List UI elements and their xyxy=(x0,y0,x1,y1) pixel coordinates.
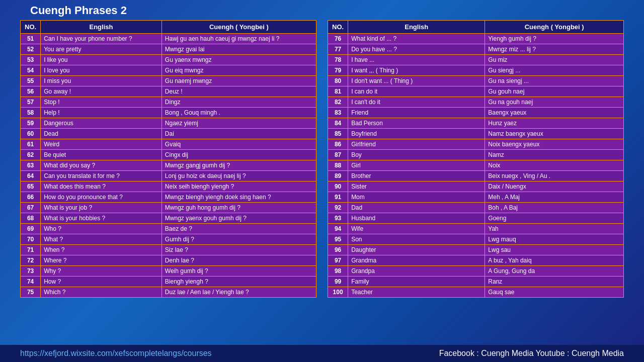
table-row: 89BrotherBeix nuegx , Ving / Au . xyxy=(328,171,624,182)
english-cell: When ? xyxy=(41,245,162,255)
cuengh-cell: Mwngz miz ... lij ? xyxy=(485,44,624,55)
cuengh-cell: Mwngz yaenx gouh gumh dij ? xyxy=(162,213,316,224)
cuengh-cell: Deuz ! xyxy=(162,86,316,97)
table-row: 93HusbandGoeng xyxy=(328,213,624,224)
cuengh-cell: Namz baengx yaeux xyxy=(485,129,624,139)
cuengh-cell: Meh , A Maj xyxy=(485,192,624,203)
cuengh-cell: Namz xyxy=(485,150,624,160)
table-row: 80I don't want ... ( Thing )Gu na siengj… xyxy=(328,76,624,86)
tables-container: NO. English Cuengh ( Yongbei ) 51Can I h… xyxy=(0,20,644,298)
english-cell: Mom xyxy=(348,192,485,203)
cuengh-cell: Baez de ? xyxy=(162,224,316,234)
english-cell: Sister xyxy=(348,182,485,192)
cuengh-cell: Biengh yiengh ? xyxy=(162,277,316,287)
english-cell: I can't do it xyxy=(348,97,485,108)
english-cell: Help ! xyxy=(41,108,162,118)
row-number: 89 xyxy=(328,171,348,182)
table-row: 92DadBoh , A Baj xyxy=(328,203,624,213)
cuengh-cell: Gu na gouh naej xyxy=(485,97,624,108)
row-number: 88 xyxy=(328,160,348,171)
right-col3-header: Cuengh ( Yongbei ) xyxy=(485,21,624,34)
english-cell: Girlfriend xyxy=(348,139,485,150)
table-row: 84Bad PersonHunz yaez xyxy=(328,118,624,129)
row-number: 60 xyxy=(21,129,41,139)
english-cell: Family xyxy=(348,277,485,287)
cuengh-cell: Baengx yaeux xyxy=(485,108,624,118)
english-cell: I don't want ... ( Thing ) xyxy=(348,76,485,86)
row-number: 91 xyxy=(328,192,348,203)
cuengh-cell: Dai xyxy=(162,129,316,139)
table-row: 67What is your job ?Mwngz guh hong gumh … xyxy=(21,203,316,213)
english-cell: Boy xyxy=(348,150,485,160)
cuengh-cell: Hunz yaez xyxy=(485,118,624,129)
cuengh-cell: Lwg sau xyxy=(485,245,624,255)
cuengh-cell: Yiengh gumh dij ? xyxy=(485,34,624,44)
cuengh-cell: Siz lae ? xyxy=(162,245,316,255)
left-table: NO. English Cuengh ( Yongbei ) 51Can I h… xyxy=(20,20,316,298)
table-row: 76What kind of ... ?Yiengh gumh dij ? xyxy=(328,34,624,44)
table-row: 98GrandpaA Gung, Gung da xyxy=(328,266,624,277)
cuengh-cell: A buz , Yah daiq xyxy=(485,255,624,266)
row-number: 70 xyxy=(21,234,41,245)
cuengh-cell: Ranz xyxy=(485,277,624,287)
table-row: 95SonLwg mauq xyxy=(328,234,624,245)
cuengh-cell: Gu yaenx mwngz xyxy=(162,55,316,65)
cuengh-cell: Gu eiq mwngz xyxy=(162,65,316,76)
row-number: 62 xyxy=(21,150,41,160)
table-row: 65What does this mean ?Neix seih biengh … xyxy=(21,182,316,192)
english-cell: Do you have ... ? xyxy=(348,44,485,55)
table-row: 83FriendBaengx yaeux xyxy=(328,108,624,118)
table-row: 71When ?Siz lae ? xyxy=(21,245,316,255)
cuengh-cell: Gvaiq xyxy=(162,139,316,150)
english-cell: What is your job ? xyxy=(41,203,162,213)
cuengh-cell: Gumh dij ? xyxy=(162,234,316,245)
english-cell: Can you translate it for me ? xyxy=(41,171,162,182)
table-row: 68What is your hobbies ?Mwngz yaenx gouh… xyxy=(21,213,316,224)
english-cell: I like you xyxy=(41,55,162,65)
table-row: 75Which ?Duz lae / Aen lae / Yiengh lae … xyxy=(21,287,316,298)
row-number: 94 xyxy=(328,224,348,234)
cuengh-cell: Mwngz gvai lai xyxy=(162,44,316,55)
table-row: 52You are prettyMwngz gvai lai xyxy=(21,44,316,55)
cuengh-cell: Gu siengj ... xyxy=(485,65,624,76)
row-number: 52 xyxy=(21,44,41,55)
table-row: 72Where ?Denh lae ? xyxy=(21,255,316,266)
english-cell: Son xyxy=(348,234,485,245)
row-number: 51 xyxy=(21,34,41,44)
english-cell: I love you xyxy=(41,65,162,76)
table-row: 78I have ...Gu miz xyxy=(328,55,624,65)
english-cell: Dangerous xyxy=(41,118,162,129)
row-number: 61 xyxy=(21,139,41,150)
footer-link: https://xefjord.wixsite.com/xefscomplete… xyxy=(20,349,212,358)
english-cell: What kind of ... ? xyxy=(348,34,485,44)
table-row: 61WeirdGvaiq xyxy=(21,139,316,150)
row-number: 65 xyxy=(21,182,41,192)
cuengh-cell: Cingx dij xyxy=(162,150,316,160)
english-cell: I have ... xyxy=(348,55,485,65)
table-row: 58Help !Bong , Gouq mingh . xyxy=(21,108,316,118)
row-number: 76 xyxy=(328,34,348,44)
row-number: 99 xyxy=(328,277,348,287)
cuengh-cell: Hawj gu aen hauh caeuj gi mwngz naej li … xyxy=(162,34,316,44)
cuengh-cell: Yah xyxy=(485,224,624,234)
row-number: 68 xyxy=(21,213,41,224)
cuengh-cell: Noix baengx yaeux xyxy=(485,139,624,150)
cuengh-cell: Weih gumh dij ? xyxy=(162,266,316,277)
table-row: 86GirlfriendNoix baengx yaeux xyxy=(328,139,624,150)
cuengh-cell: Mwngz guh hong gumh dij ? xyxy=(162,203,316,213)
row-number: 74 xyxy=(21,277,41,287)
english-cell: What does this mean ? xyxy=(41,182,162,192)
table-row: 77Do you have ... ?Mwngz miz ... lij ? xyxy=(328,44,624,55)
english-cell: I want ,,, ( Thing ) xyxy=(348,65,485,76)
cuengh-cell: Neix seih biengh yiengh ? xyxy=(162,182,316,192)
english-cell: Which ? xyxy=(41,287,162,298)
table-row: 81I can do itGu gouh naej xyxy=(328,86,624,97)
row-number: 75 xyxy=(21,287,41,298)
english-cell: Who ? xyxy=(41,224,162,234)
right-col2-header: English xyxy=(348,21,485,34)
table-row: 82I can't do itGu na gouh naej xyxy=(328,97,624,108)
cuengh-cell: A Gung, Gung da xyxy=(485,266,624,277)
table-row: 60DeadDai xyxy=(21,129,316,139)
row-number: 84 xyxy=(328,118,348,129)
table-row: 53I like youGu yaenx mwngz xyxy=(21,55,316,65)
